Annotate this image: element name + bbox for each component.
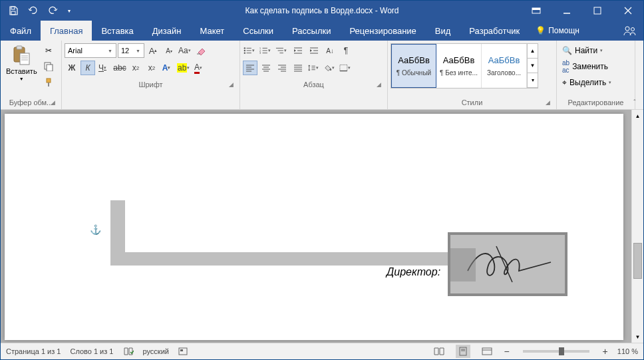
scroll-down-button[interactable]: ▼ <box>632 331 643 343</box>
subscript-button[interactable]: x2 <box>128 61 143 75</box>
tab-view[interactable]: Вид <box>426 21 460 41</box>
copy-button[interactable] <box>41 59 56 74</box>
text-effects-button[interactable]: A▾ <box>160 61 175 75</box>
spellcheck-status[interactable] <box>123 347 134 356</box>
align-center-button[interactable] <box>259 61 273 75</box>
italic-button[interactable]: К <box>80 61 95 75</box>
clipboard-launcher[interactable]: ◢ <box>48 98 57 107</box>
style-heading1[interactable]: АаБбВв Заголово... <box>482 44 527 88</box>
font-color-button[interactable]: A▾ <box>192 61 207 75</box>
strikethrough-button[interactable]: abc <box>112 61 127 75</box>
page-status[interactable]: Страница 1 из 1 <box>6 347 61 355</box>
justify-button[interactable] <box>291 61 305 75</box>
read-mode-button[interactable] <box>432 345 446 358</box>
macro-status[interactable] <box>178 347 188 355</box>
change-case-button[interactable]: Aa▾ <box>178 43 192 58</box>
underline-button[interactable]: Ч▾ <box>96 61 111 75</box>
zoom-in-button[interactable]: + <box>603 346 608 357</box>
styles-launcher[interactable]: ◢ <box>543 98 552 107</box>
account-button[interactable] <box>617 21 643 41</box>
font-size-combo[interactable]: 12▼ <box>118 43 144 58</box>
tab-review[interactable]: Рецензирование <box>340 21 425 41</box>
clear-formatting-button[interactable] <box>194 43 208 58</box>
print-layout-button[interactable] <box>456 345 470 358</box>
cut-button[interactable]: ✂ <box>41 43 56 58</box>
tab-references[interactable]: Ссылки <box>234 21 283 41</box>
multilevel-list-button[interactable]: ▾ <box>275 43 289 58</box>
replace-button[interactable]: abac Заменить <box>560 59 617 74</box>
window-title: Как сделать подпись в Ворде.docx - Word <box>245 6 399 15</box>
tab-insert[interactable]: Вставка <box>92 21 142 41</box>
bullets-button[interactable]: ▾ <box>243 43 257 58</box>
copy-icon <box>44 62 53 71</box>
scroll-up-button[interactable]: ▲ <box>632 110 643 122</box>
close-button[interactable] <box>613 1 643 21</box>
zoom-level[interactable]: 110 % <box>617 347 638 355</box>
minimize-button[interactable] <box>552 1 582 21</box>
tab-mailings[interactable]: Рассылки <box>283 21 340 41</box>
lightbulb-icon: 💡 <box>536 26 546 35</box>
zoom-slider[interactable] <box>523 350 589 353</box>
shrink-font-button[interactable]: A▾ <box>162 43 176 58</box>
language-status[interactable]: русский <box>143 347 169 355</box>
sort-button[interactable]: A↓ <box>323 43 337 58</box>
decrease-indent-button[interactable] <box>291 43 305 58</box>
style-nospacing[interactable]: АаБбВв ¶ Без инте... <box>436 44 482 88</box>
borders-button[interactable]: ▾ <box>339 61 353 75</box>
redo-button[interactable] <box>45 2 62 19</box>
paste-button[interactable]: Вставить ▼ <box>3 43 40 83</box>
ribbon-options-button[interactable] <box>521 1 552 21</box>
bold-button[interactable]: Ж <box>65 61 79 75</box>
format-painter-button[interactable] <box>41 75 56 90</box>
web-layout-button[interactable] <box>480 345 494 358</box>
tell-me-button[interactable]: 💡 Помощн <box>529 21 586 41</box>
increase-indent-button[interactable] <box>307 43 321 58</box>
grow-font-button[interactable]: A▴ <box>146 43 160 58</box>
font-name-combo[interactable]: Arial▼ <box>65 43 116 58</box>
styles-expand[interactable]: ▾ <box>528 73 538 88</box>
find-button[interactable]: 🔍 Найти ▾ <box>560 43 617 58</box>
scroll-thumb[interactable] <box>633 243 642 279</box>
eraser-icon <box>196 46 206 55</box>
shading-button[interactable]: ▾ <box>323 61 337 75</box>
tab-design[interactable]: Дизайн <box>143 21 191 41</box>
tab-developer[interactable]: Разработчик <box>460 21 529 41</box>
select-button[interactable]: ⌖ Выделить ▾ <box>560 75 617 90</box>
save-button[interactable] <box>5 2 22 19</box>
ribbon-tabs: Файл Главная Вставка Дизайн Макет Ссылки… <box>1 21 643 41</box>
align-right-button[interactable] <box>275 61 289 75</box>
clipboard-icon <box>11 45 32 66</box>
zoom-out-button[interactable]: − <box>504 346 509 357</box>
svg-rect-65 <box>180 349 183 351</box>
svg-rect-1 <box>11 11 15 15</box>
tab-home[interactable]: Главная <box>41 21 92 41</box>
font-launcher[interactable]: ◢ <box>226 80 236 89</box>
styles-scroll-down[interactable]: ▼ <box>528 59 538 73</box>
signature-image-box[interactable] <box>448 232 567 296</box>
highlight-button[interactable]: ab▾ <box>176 61 191 75</box>
maximize-button[interactable] <box>582 1 613 21</box>
vertical-scrollbar[interactable]: ▲ ▼ <box>631 110 643 343</box>
line-spacing-button[interactable]: ▾ <box>307 61 321 75</box>
book-icon <box>123 347 134 356</box>
tab-file[interactable]: Файл <box>1 21 41 41</box>
macro-icon <box>178 347 188 355</box>
signature-label: Директор: <box>387 266 440 278</box>
svg-point-22 <box>244 50 245 51</box>
superscript-button[interactable]: x2 <box>144 61 159 75</box>
numbering-button[interactable]: 123▾ <box>259 43 273 58</box>
align-left-button[interactable] <box>243 61 257 75</box>
tab-layout[interactable]: Макет <box>190 21 234 41</box>
svg-rect-19 <box>48 83 49 87</box>
style-normal[interactable]: АаБбВв ¶ Обычный <box>391 44 436 88</box>
paragraph-launcher[interactable]: ◢ <box>374 80 383 89</box>
styles-scroll-up[interactable]: ▲ <box>528 44 538 59</box>
show-marks-button[interactable]: ¶ <box>339 43 353 58</box>
collapse-ribbon-button[interactable]: ˆ <box>629 97 641 108</box>
document-page[interactable]: ⚓ Директор: <box>5 114 623 340</box>
undo-button[interactable] <box>25 2 42 19</box>
zoom-slider-thumb[interactable] <box>559 347 564 355</box>
qat-customize-button[interactable]: ▾ <box>65 2 74 19</box>
word-count-status[interactable]: Слово 1 из 1 <box>70 347 113 355</box>
svg-rect-0 <box>11 7 15 9</box>
